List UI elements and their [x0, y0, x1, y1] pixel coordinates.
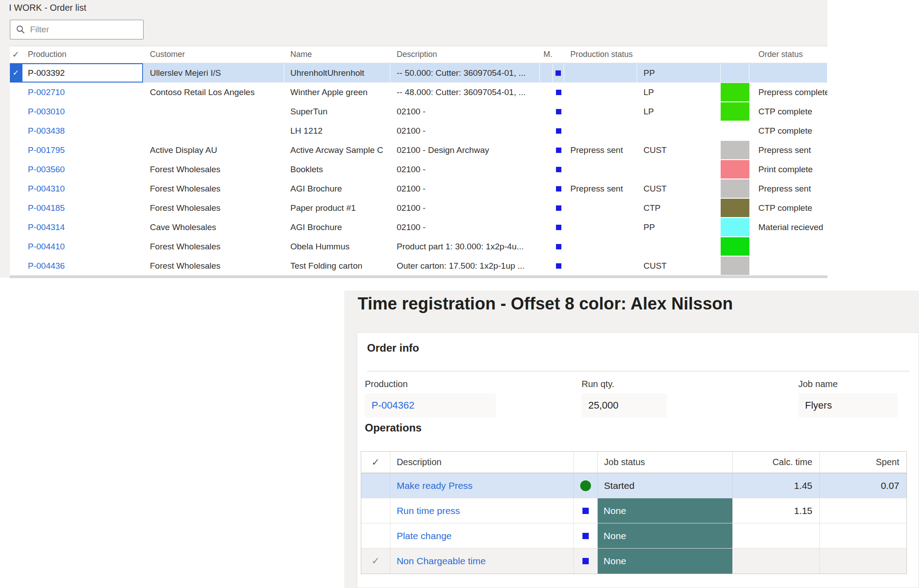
order-row[interactable]: ✓ P-003010 SuperTun 02100 - LP CTP compl… [10, 102, 827, 121]
operations-select-all[interactable]: ✓ [361, 452, 390, 473]
row-checkbox[interactable]: ✓ [10, 121, 22, 140]
op-column-job-status[interactable]: Job status [598, 452, 733, 473]
name-cell: Active Arcway Sample C [284, 140, 390, 160]
column-header-m[interactable]: M... [540, 46, 553, 63]
filter-box[interactable] [10, 20, 144, 39]
row-checkbox[interactable]: ✓ [10, 179, 22, 198]
spent-cell [820, 498, 906, 523]
operation-row[interactable]: ✓ Make ready Press Started 1.45 0.07 [361, 473, 906, 498]
description-cell: 02100 - [390, 179, 540, 198]
op-row-checkbox[interactable]: ✓ [361, 498, 390, 523]
description-cell: Outer carton: 17.500: 1x2p-1up ... [390, 256, 540, 275]
production-link[interactable]: P-003010 [28, 107, 65, 117]
production-link[interactable]: P-004410 [28, 242, 65, 252]
production-link[interactable]: P-003438 [28, 126, 65, 136]
operation-row[interactable]: ✓ Non Chargeable time None [361, 549, 906, 574]
search-icon [16, 25, 26, 35]
op-status-icon-cell [574, 523, 598, 548]
row-checkbox[interactable]: ✓ [10, 256, 22, 275]
op-row-checkbox[interactable]: ✓ [361, 473, 390, 498]
filter-input[interactable] [26, 20, 143, 39]
swatch-cell [721, 179, 749, 198]
name-cell: Booklets [284, 160, 390, 179]
column-header-description[interactable]: Description [390, 46, 540, 63]
order-row[interactable]: ✓ P-001795 Active Display AU Active Arcw… [10, 140, 827, 160]
status-square-icon [556, 70, 561, 76]
status-square-icon [556, 186, 561, 192]
job-name-value-box[interactable]: Flyers [798, 393, 898, 418]
time-registration-panel: Time registration - Offset 8 color: Alex… [344, 291, 919, 588]
operation-link[interactable]: Make ready Press [397, 480, 473, 491]
order-row[interactable]: ✓ P-004410 Forest Wholesales Obela Hummu… [10, 237, 827, 256]
status-code-cell: LP [637, 102, 721, 121]
operation-link[interactable]: Non Chargeable time [397, 556, 486, 566]
production-link[interactable]: P-004310 [28, 184, 65, 194]
order-grid-header: ✓ Production Customer Name Description M… [10, 46, 827, 63]
row-checkbox[interactable]: ✓ [10, 140, 22, 160]
op-row-checkbox[interactable]: ✓ [361, 523, 390, 548]
row-checkbox[interactable]: ✓ [10, 237, 22, 256]
spent-cell [820, 549, 906, 574]
production-link[interactable]: P-004185 [28, 203, 65, 213]
operation-link[interactable]: Plate change [397, 531, 452, 541]
operation-row[interactable]: ✓ Run time press None 1.15 [361, 498, 906, 523]
op-column-spent[interactable]: Spent [820, 452, 906, 473]
order-row[interactable]: ✓ P-002710 Contoso Retail Los Angeles Wi… [10, 83, 827, 102]
order-row[interactable]: ✓ P-003392 Ullerslev Mejeri I/S Uhrenhol… [10, 63, 827, 83]
production-status-cell [564, 160, 637, 179]
production-link[interactable]: P-003560 [28, 165, 65, 174]
select-all-checkbox[interactable]: ✓ [10, 46, 22, 63]
swatch-cell [721, 218, 749, 237]
row-checkbox[interactable]: ✓ [10, 83, 22, 102]
op-row-checkbox[interactable]: ✓ [361, 549, 390, 574]
operation-link[interactable]: Run time press [397, 505, 460, 516]
job-status-cell: None [598, 498, 733, 523]
status-code-cell: CTP [637, 198, 721, 218]
order-row[interactable]: ✓ P-003560 Forest Wholesales Booklets 02… [10, 160, 827, 179]
order-status-cell: Material recieved [749, 218, 827, 237]
row-checkbox[interactable]: ✓ [10, 102, 22, 121]
m-cell [540, 256, 553, 275]
production-value-link[interactable]: P-004362 [372, 400, 414, 411]
m-cell [540, 237, 553, 256]
row-checkbox[interactable]: ✓ [10, 218, 22, 237]
production-label: Production [365, 379, 496, 389]
m-cell [540, 140, 553, 160]
customer-cell [144, 121, 284, 140]
column-header-customer[interactable]: Customer [144, 46, 284, 63]
run-qty-value-box[interactable]: 25,000 [582, 393, 667, 418]
status-code-cell: CUST [637, 140, 721, 160]
name-cell: Obela Hummus [284, 237, 390, 256]
order-row[interactable]: ✓ P-004310 Forest Wholesales AGI Brochur… [10, 179, 827, 198]
marker-cell [553, 179, 564, 198]
production-link[interactable]: P-004436 [28, 261, 65, 271]
production-link[interactable]: P-003392 [28, 68, 65, 78]
production-link[interactable]: P-002710 [28, 87, 65, 97]
row-checkbox[interactable]: ✓ [10, 160, 22, 179]
customer-cell: Forest Wholesales [144, 179, 284, 198]
m-cell [540, 102, 553, 121]
customer-cell: Ullerslev Mejeri I/S [144, 63, 284, 83]
row-checkbox[interactable]: ✓ [10, 198, 22, 218]
column-header-name[interactable]: Name [284, 46, 390, 63]
order-row[interactable]: ✓ P-004436 Forest Wholesales Test Foldin… [10, 256, 827, 275]
order-row[interactable]: ✓ P-003438 LH 1212 02100 - CTP complete [10, 121, 827, 140]
column-header-production-status[interactable]: Production status [564, 46, 637, 63]
op-column-description[interactable]: Description [390, 452, 574, 473]
column-header-order-status[interactable]: Order status [749, 46, 827, 63]
operation-row[interactable]: ✓ Plate change None [361, 523, 906, 549]
row-checkbox[interactable]: ✓ [10, 63, 22, 83]
status-code-cell: PP [637, 218, 721, 237]
production-value-box[interactable]: P-004362 [365, 393, 496, 418]
order-row[interactable]: ✓ P-004185 Forest Wholesales Paper produ… [10, 198, 827, 218]
job-status-cell: None [598, 523, 733, 548]
check-icon: ✓ [372, 555, 380, 567]
production-link[interactable]: P-004314 [28, 222, 65, 232]
column-header-swatch [721, 46, 749, 63]
order-row[interactable]: ✓ P-004314 Cave Wholesales AGI Brochure … [10, 218, 827, 237]
page-title: I WORK - Order list [9, 3, 86, 13]
op-column-calc-time[interactable]: Calc. time [733, 452, 820, 473]
column-header-production[interactable]: Production [22, 46, 144, 63]
production-link[interactable]: P-001795 [28, 145, 65, 155]
order-list-section: I WORK - Order list ✓ Production Custome… [0, 0, 827, 278]
